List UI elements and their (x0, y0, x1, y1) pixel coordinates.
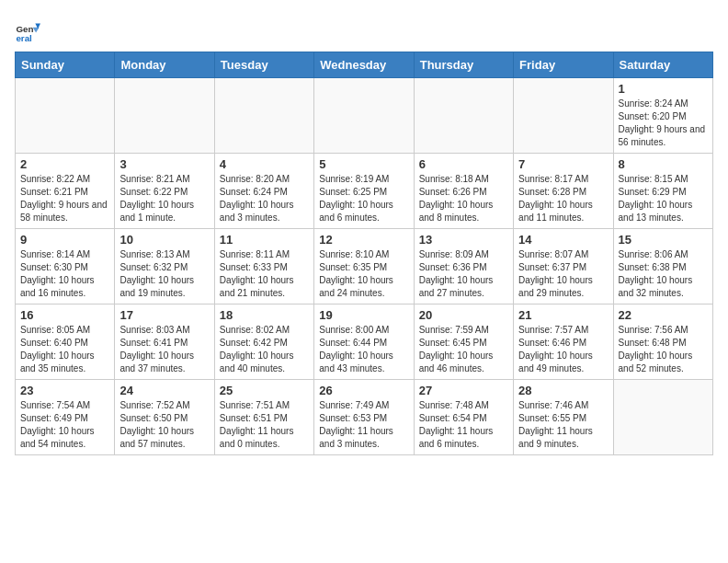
calendar-header-row: SundayMondayTuesdayWednesdayThursdayFrid… (16, 52, 713, 78)
day-info: Sunrise: 8:05 AM Sunset: 6:40 PM Dayligh… (20, 324, 109, 375)
calendar-cell (115, 78, 214, 154)
calendar-cell: 21Sunrise: 7:57 AM Sunset: 6:46 PM Dayli… (514, 304, 613, 380)
column-header-saturday: Saturday (613, 52, 712, 78)
week-row-3: 9Sunrise: 8:14 AM Sunset: 6:30 PM Daylig… (16, 229, 713, 304)
svg-marker-3 (33, 28, 40, 33)
calendar-cell: 27Sunrise: 7:48 AM Sunset: 6:54 PM Dayli… (414, 380, 513, 455)
day-number: 11 (220, 233, 309, 247)
calendar-cell (613, 380, 712, 455)
calendar-cell: 1Sunrise: 8:24 AM Sunset: 6:20 PM Daylig… (613, 78, 712, 154)
calendar-cell: 6Sunrise: 8:18 AM Sunset: 6:26 PM Daylig… (414, 154, 513, 229)
day-info: Sunrise: 8:18 AM Sunset: 6:26 PM Dayligh… (419, 173, 508, 224)
calendar-cell: 12Sunrise: 8:10 AM Sunset: 6:35 PM Dayli… (314, 229, 414, 304)
day-number: 28 (518, 384, 608, 397)
calendar-cell: 23Sunrise: 7:54 AM Sunset: 6:49 PM Dayli… (16, 380, 115, 455)
day-number: 4 (220, 157, 309, 171)
day-number: 10 (119, 233, 209, 247)
calendar-cell: 7Sunrise: 8:17 AM Sunset: 6:28 PM Daylig… (514, 154, 613, 229)
day-number: 9 (20, 233, 109, 247)
day-number: 2 (20, 157, 109, 171)
day-number: 14 (518, 233, 608, 247)
day-info: Sunrise: 7:51 AM Sunset: 6:51 PM Dayligh… (220, 399, 309, 451)
calendar-cell: 14Sunrise: 8:07 AM Sunset: 6:37 PM Dayli… (514, 229, 613, 304)
day-number: 15 (619, 233, 708, 247)
day-number: 18 (220, 308, 309, 322)
calendar-cell: 9Sunrise: 8:14 AM Sunset: 6:30 PM Daylig… (16, 229, 115, 304)
day-info: Sunrise: 8:03 AM Sunset: 6:41 PM Dayligh… (119, 324, 209, 375)
day-info: Sunrise: 8:02 AM Sunset: 6:42 PM Dayligh… (220, 324, 309, 375)
calendar-cell (414, 78, 513, 154)
calendar-cell: 24Sunrise: 7:52 AM Sunset: 6:50 PM Dayli… (115, 380, 214, 455)
calendar-cell: 28Sunrise: 7:46 AM Sunset: 6:55 PM Dayli… (514, 380, 613, 455)
day-info: Sunrise: 8:13 AM Sunset: 6:32 PM Dayligh… (119, 248, 209, 300)
day-info: Sunrise: 7:56 AM Sunset: 6:48 PM Dayligh… (619, 324, 708, 375)
day-info: Sunrise: 7:49 AM Sunset: 6:53 PM Dayligh… (319, 399, 408, 451)
day-info: Sunrise: 8:14 AM Sunset: 6:30 PM Dayligh… (20, 248, 109, 300)
day-info: Sunrise: 8:17 AM Sunset: 6:28 PM Dayligh… (518, 173, 608, 224)
day-info: Sunrise: 7:57 AM Sunset: 6:46 PM Dayligh… (518, 324, 608, 375)
calendar-cell: 17Sunrise: 8:03 AM Sunset: 6:41 PM Dayli… (115, 304, 214, 380)
calendar-cell: 16Sunrise: 8:05 AM Sunset: 6:40 PM Dayli… (16, 304, 115, 380)
calendar-cell (16, 78, 115, 154)
day-number: 16 (20, 308, 109, 322)
day-info: Sunrise: 7:52 AM Sunset: 6:50 PM Dayligh… (119, 399, 209, 451)
week-row-1: 1Sunrise: 8:24 AM Sunset: 6:20 PM Daylig… (16, 78, 713, 154)
column-header-wednesday: Wednesday (314, 52, 414, 78)
calendar-cell: 22Sunrise: 7:56 AM Sunset: 6:48 PM Dayli… (613, 304, 712, 380)
day-number: 19 (319, 308, 408, 322)
calendar-cell: 11Sunrise: 8:11 AM Sunset: 6:33 PM Dayli… (214, 229, 313, 304)
week-row-4: 16Sunrise: 8:05 AM Sunset: 6:40 PM Dayli… (16, 304, 713, 380)
day-info: Sunrise: 7:59 AM Sunset: 6:45 PM Dayligh… (419, 324, 508, 375)
day-number: 23 (20, 384, 109, 397)
column-header-tuesday: Tuesday (214, 52, 313, 78)
day-info: Sunrise: 8:00 AM Sunset: 6:44 PM Dayligh… (319, 324, 408, 375)
day-number: 21 (518, 308, 608, 322)
day-number: 27 (419, 384, 508, 397)
calendar-cell: 4Sunrise: 8:20 AM Sunset: 6:24 PM Daylig… (214, 154, 313, 229)
calendar-cell (314, 78, 414, 154)
day-info: Sunrise: 8:15 AM Sunset: 6:29 PM Dayligh… (619, 173, 708, 224)
calendar-cell: 20Sunrise: 7:59 AM Sunset: 6:45 PM Dayli… (414, 304, 513, 380)
day-info: Sunrise: 8:24 AM Sunset: 6:20 PM Dayligh… (619, 98, 708, 149)
calendar-cell: 18Sunrise: 8:02 AM Sunset: 6:42 PM Dayli… (214, 304, 313, 380)
calendar-cell (514, 78, 613, 154)
calendar-cell: 13Sunrise: 8:09 AM Sunset: 6:36 PM Dayli… (414, 229, 513, 304)
week-row-5: 23Sunrise: 7:54 AM Sunset: 6:49 PM Dayli… (16, 380, 713, 455)
day-number: 3 (119, 157, 209, 171)
logo: Gen eral (15, 18, 44, 44)
calendar-table: SundayMondayTuesdayWednesdayThursdayFrid… (15, 52, 713, 455)
day-info: Sunrise: 7:54 AM Sunset: 6:49 PM Dayligh… (20, 399, 109, 451)
day-info: Sunrise: 8:07 AM Sunset: 6:37 PM Dayligh… (518, 248, 608, 300)
day-info: Sunrise: 7:46 AM Sunset: 6:55 PM Dayligh… (518, 399, 608, 451)
column-header-friday: Friday (514, 52, 613, 78)
day-info: Sunrise: 8:20 AM Sunset: 6:24 PM Dayligh… (220, 173, 309, 224)
day-number: 8 (619, 157, 708, 171)
column-header-sunday: Sunday (16, 52, 115, 78)
day-number: 6 (419, 157, 508, 171)
calendar-cell: 3Sunrise: 8:21 AM Sunset: 6:22 PM Daylig… (115, 154, 214, 229)
day-number: 20 (419, 308, 508, 322)
day-number: 7 (518, 157, 608, 171)
day-info: Sunrise: 8:10 AM Sunset: 6:35 PM Dayligh… (319, 248, 408, 300)
week-row-2: 2Sunrise: 8:22 AM Sunset: 6:21 PM Daylig… (16, 154, 713, 229)
day-number: 1 (619, 82, 708, 96)
day-info: Sunrise: 7:48 AM Sunset: 6:54 PM Dayligh… (419, 399, 508, 451)
calendar-cell: 2Sunrise: 8:22 AM Sunset: 6:21 PM Daylig… (16, 154, 115, 229)
calendar-cell: 8Sunrise: 8:15 AM Sunset: 6:29 PM Daylig… (613, 154, 712, 229)
header: Gen eral (15, 15, 713, 44)
calendar-cell: 25Sunrise: 7:51 AM Sunset: 6:51 PM Dayli… (214, 380, 313, 455)
day-number: 25 (220, 384, 309, 397)
column-header-thursday: Thursday (414, 52, 513, 78)
day-number: 5 (319, 157, 408, 171)
day-info: Sunrise: 8:21 AM Sunset: 6:22 PM Dayligh… (119, 173, 209, 224)
day-info: Sunrise: 8:11 AM Sunset: 6:33 PM Dayligh… (220, 248, 309, 300)
day-number: 22 (619, 308, 708, 322)
day-info: Sunrise: 8:06 AM Sunset: 6:38 PM Dayligh… (619, 248, 708, 300)
calendar-cell (214, 78, 313, 154)
day-info: Sunrise: 8:19 AM Sunset: 6:25 PM Dayligh… (319, 173, 408, 224)
calendar-cell: 5Sunrise: 8:19 AM Sunset: 6:25 PM Daylig… (314, 154, 414, 229)
day-number: 24 (119, 384, 209, 397)
day-info: Sunrise: 8:09 AM Sunset: 6:36 PM Dayligh… (419, 248, 508, 300)
calendar-cell: 26Sunrise: 7:49 AM Sunset: 6:53 PM Dayli… (314, 380, 414, 455)
svg-text:eral: eral (16, 33, 32, 43)
